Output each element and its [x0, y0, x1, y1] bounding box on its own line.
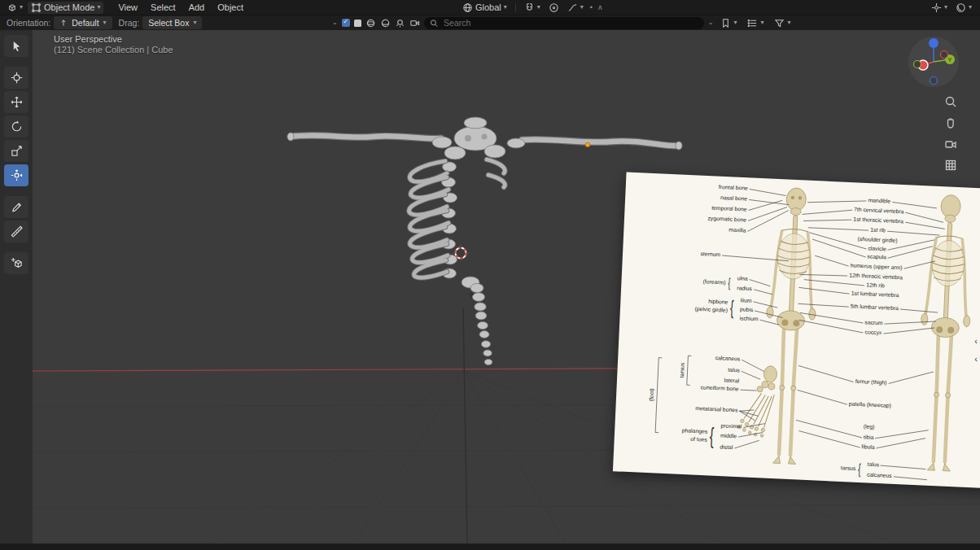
falloff-curve-icon	[567, 2, 578, 13]
x-axis-negative-dot	[941, 51, 948, 59]
ref-label: proximal	[720, 423, 742, 430]
ref-label: mandible	[868, 198, 890, 204]
y-axis-label: Y	[947, 56, 952, 63]
menu-add[interactable]: Add	[182, 2, 212, 13]
object-mode-dropdown[interactable]: Object Mode ▾	[28, 2, 103, 14]
camera-icon	[944, 138, 957, 151]
skull-cluster	[432, 117, 525, 159]
y-axis-line	[463, 308, 467, 543]
caret-icon: ▾	[969, 4, 972, 11]
mesh-sphere-icon[interactable]	[365, 18, 376, 28]
ref-label: pubis	[740, 307, 754, 313]
ref-label: calcaneus	[715, 356, 741, 362]
collapse-caret-icon[interactable]: ⌄	[332, 20, 338, 26]
toggle-ortho-button[interactable]	[944, 159, 957, 174]
grid-icon	[944, 159, 957, 172]
reference-image[interactable]: frontal bonenasal bonetemporal bonezygom…	[613, 172, 980, 489]
ref-label: calcaneus	[867, 473, 892, 479]
drag-label: Drag:	[119, 18, 140, 28]
search-input[interactable]	[442, 17, 698, 28]
zoom-button[interactable]	[944, 95, 957, 111]
viewport-shading-dropdown[interactable]: ▾	[952, 2, 975, 14]
surface-icon[interactable]	[380, 18, 391, 28]
filter-dropdown[interactable]: ▾	[771, 17, 794, 29]
square-swatch-icon[interactable]	[354, 20, 361, 27]
snap-toggle[interactable]: ▾	[521, 2, 544, 14]
ref-label: 12th rib	[866, 282, 885, 289]
pan-button[interactable]	[944, 116, 957, 132]
tool-scale[interactable]	[4, 140, 28, 162]
tool-select-box[interactable]	[4, 35, 28, 57]
object-mode-icon	[31, 2, 42, 13]
ref-label: ischium	[739, 316, 758, 322]
chevron-left-icon[interactable]: ‹	[974, 355, 978, 364]
topbar-center: Global ▾ ▾ ▾ • ∧	[456, 0, 608, 15]
ref-label: sacrum	[864, 320, 883, 326]
status-bar	[0, 543, 980, 550]
caret-icon: ▾	[944, 4, 947, 11]
tool-transform[interactable]	[4, 164, 28, 186]
ref-label: tarsus	[841, 465, 856, 472]
object-origin-dot[interactable]	[585, 142, 590, 147]
search-box[interactable]	[424, 17, 704, 29]
editor-type-button[interactable]: ▾	[3, 2, 26, 14]
ref-label: 1st rib	[870, 228, 886, 234]
object-mode-label: Object Mode	[44, 2, 94, 12]
chevron-left-icon[interactable]: ‹	[974, 337, 978, 346]
proportional-edit-toggle[interactable]	[545, 2, 562, 14]
caret-icon: ▾	[504, 4, 507, 11]
z-axis-negative-dot	[930, 77, 938, 85]
ref-label: middle	[720, 433, 737, 439]
transform-orientation-dropdown[interactable]: Global ▾	[459, 2, 510, 14]
menu-bar: View Select Add Object	[112, 2, 250, 13]
globe-icon	[462, 2, 473, 13]
menu-select[interactable]: Select	[144, 2, 182, 13]
ref-label: (forearm)	[702, 279, 725, 286]
gizmo-icon	[931, 2, 942, 13]
ref-label: nasal bone	[720, 195, 748, 202]
proportional-editing-icon	[549, 2, 559, 13]
ref-label: ulna	[737, 276, 748, 282]
editor-type-icon	[7, 2, 17, 13]
ref-label: ilium	[740, 298, 751, 303]
orientation-default-dropdown[interactable]: Default ▾	[54, 16, 112, 29]
spine-lower	[470, 283, 492, 364]
tool-annotate[interactable]	[4, 196, 28, 218]
collapse-caret-icon[interactable]: ⌄	[708, 20, 714, 26]
menu-object[interactable]: Object	[211, 2, 250, 13]
tool-rotate[interactable]	[4, 116, 28, 138]
ref-label: lateral	[724, 378, 739, 385]
proportional-falloff-dropdown[interactable]: ▾	[564, 2, 587, 14]
orientation-label: Orientation:	[7, 18, 50, 28]
options-collapse-icon[interactable]: ∧	[596, 3, 605, 11]
tool-settings-bar: Orientation: Default ▾ Drag: Select Box …	[0, 15, 980, 30]
tool-move[interactable]	[4, 91, 28, 113]
tool-add-cube[interactable]	[4, 252, 28, 274]
funnel-icon	[774, 18, 785, 28]
camera-data-icon[interactable]	[409, 18, 420, 28]
bookmark-dropdown[interactable]: ▾	[717, 17, 740, 29]
ref-label: (foot)	[649, 388, 655, 401]
hand-icon	[944, 116, 957, 129]
viewport-overlay-text: User Perspective (121) Scene Collection …	[54, 34, 173, 55]
camera-view-button[interactable]	[944, 138, 957, 153]
ref-label: talus	[728, 368, 740, 373]
drag-select-box-dropdown[interactable]: Select Box ▾	[142, 16, 202, 29]
display-mode-dropdown[interactable]: ▾	[744, 17, 767, 29]
orientation-default-value: Default	[72, 18, 98, 28]
ref-label: coccyx	[864, 330, 882, 336]
show-gizmo-dropdown[interactable]: ▾	[928, 2, 951, 14]
caret-icon: ▾	[787, 20, 790, 26]
light-icon[interactable]	[395, 18, 405, 28]
caret-icon: ▾	[193, 20, 196, 26]
caret-icon: ▾	[537, 4, 540, 11]
navigation-gizmo[interactable]: Y	[905, 33, 962, 89]
menu-view[interactable]: View	[112, 2, 144, 13]
bookmark-icon	[720, 18, 731, 28]
topbar-right: ▾ ▾	[925, 0, 978, 15]
ref-label: distal	[720, 444, 733, 451]
tool-cursor[interactable]	[4, 67, 28, 89]
tool-measure[interactable]	[4, 220, 28, 242]
checkbox-icon[interactable]	[342, 19, 350, 27]
ref-label: scapula	[867, 254, 886, 260]
